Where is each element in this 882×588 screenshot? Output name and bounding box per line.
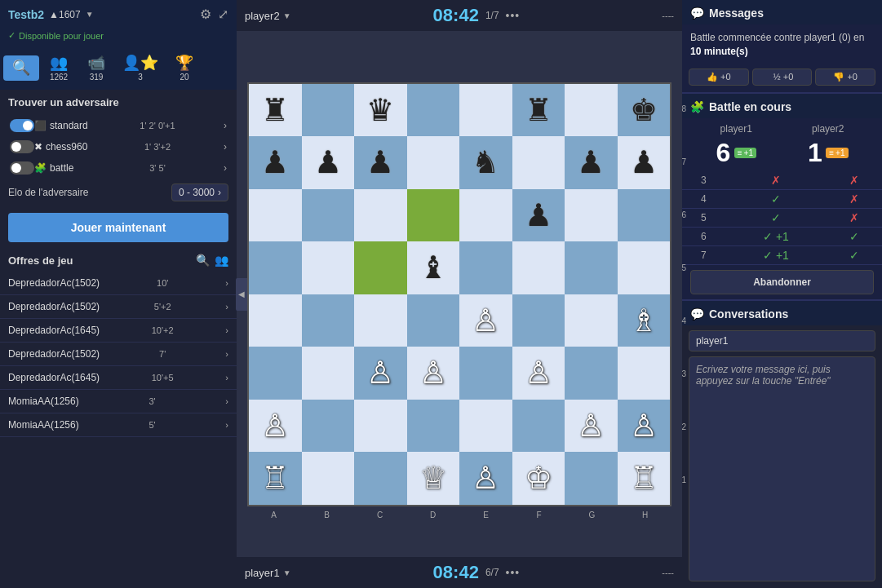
top-dots[interactable]: ••• xyxy=(506,9,521,22)
board-cell[interactable] xyxy=(459,84,512,137)
list-item[interactable]: DepredadorAc(1645) 10'+2 › xyxy=(0,319,237,343)
board-cell[interactable] xyxy=(354,189,407,242)
board-cell[interactable] xyxy=(249,189,302,242)
bottom-player-chevron[interactable]: ▼ xyxy=(283,568,291,577)
board-cell[interactable] xyxy=(407,400,460,453)
board-cell[interactable] xyxy=(565,452,618,505)
mode-standard-arrow[interactable]: › xyxy=(224,120,227,131)
board-cell[interactable]: ♟ xyxy=(302,136,355,189)
expand-icon[interactable]: ⤢ xyxy=(218,7,228,22)
half-button[interactable]: ½ +0 xyxy=(752,69,813,86)
offers-users-icon[interactable]: 👥 xyxy=(215,254,228,267)
nav-search-btn[interactable]: 🔍 xyxy=(3,55,39,81)
collapse-button[interactable]: ◀ xyxy=(236,278,247,311)
mode-chess960-arrow[interactable]: › xyxy=(224,141,227,153)
mode-battle-arrow[interactable]: › xyxy=(224,162,227,174)
board-cell[interactable]: ♗ xyxy=(618,294,671,347)
board-cell[interactable]: ♞ xyxy=(459,136,512,189)
list-item[interactable]: DepredadorAc(1645) 10'+5 › xyxy=(0,366,237,390)
board-cell[interactable]: ♟ xyxy=(354,136,407,189)
mode-battle-toggle[interactable] xyxy=(10,161,34,175)
like-button[interactable]: 👍 +0 xyxy=(689,69,749,86)
board-cell[interactable] xyxy=(354,241,407,294)
board-cell[interactable] xyxy=(407,136,460,189)
board-cell[interactable]: ♙ xyxy=(459,452,512,505)
board-cell[interactable] xyxy=(249,241,302,294)
board-cell[interactable] xyxy=(302,294,355,347)
board-cell[interactable]: ♖ xyxy=(618,452,671,505)
conversation-input[interactable]: Ecrivez votre message ici, puis appuyez … xyxy=(689,356,875,581)
board-cell[interactable] xyxy=(459,347,512,400)
board-cell[interactable] xyxy=(618,241,671,294)
conversation-selector[interactable]: player1 xyxy=(689,330,875,351)
board-cell[interactable] xyxy=(302,241,355,294)
board-cell[interactable] xyxy=(354,452,407,505)
board-cell[interactable]: ♛ xyxy=(354,84,407,137)
board-cell[interactable]: ♟ xyxy=(618,136,671,189)
board-cell[interactable] xyxy=(565,241,618,294)
list-item[interactable]: DepredadorAc(1502) 7' › xyxy=(0,343,237,366)
board-cell[interactable]: ♜ xyxy=(249,84,302,137)
board-cell[interactable] xyxy=(459,400,512,453)
board-cell[interactable]: ♙ xyxy=(407,347,460,400)
board-cell[interactable]: ♙ xyxy=(618,400,671,453)
settings-icon[interactable]: ⚙ xyxy=(200,7,211,22)
board-cell[interactable]: ♜ xyxy=(512,84,565,137)
board-cell[interactable]: ♟ xyxy=(512,189,565,242)
board-cell[interactable]: ♙ xyxy=(565,400,618,453)
board-cell[interactable] xyxy=(302,347,355,400)
list-item[interactable]: DepredadorAc(1502) 5'+2 › xyxy=(0,295,237,319)
chess-board[interactable]: ♜♛♜♚♟♟♟♞♟♟♟♝♙♗♙♙♙♙♙♙♖♕♙♔♖ xyxy=(247,82,671,506)
nav-star-btn[interactable]: 👤⭐ 3 xyxy=(116,51,165,85)
board-cell[interactable] xyxy=(407,294,460,347)
board-cell[interactable] xyxy=(459,241,512,294)
board-cell[interactable] xyxy=(512,136,565,189)
board-cell[interactable] xyxy=(565,84,618,137)
list-item[interactable]: MomiaAA(1256) 3' › xyxy=(0,390,237,413)
board-cell[interactable]: ♔ xyxy=(512,452,565,505)
board-cell[interactable]: ♚ xyxy=(618,84,671,137)
board-cell[interactable]: ♝ xyxy=(407,241,460,294)
board-cell[interactable] xyxy=(618,189,671,242)
board-cell[interactable] xyxy=(354,400,407,453)
mode-chess960-toggle[interactable] xyxy=(10,140,34,153)
user-dropdown-icon[interactable]: ▼ xyxy=(86,10,94,19)
list-item[interactable]: DepredadorAc(1502) 10' › xyxy=(0,272,237,295)
board-cell[interactable] xyxy=(302,400,355,453)
board-cell[interactable] xyxy=(249,294,302,347)
board-cell[interactable] xyxy=(249,347,302,400)
play-button[interactable]: Jouer maintenant xyxy=(8,213,228,242)
board-cell[interactable]: ♖ xyxy=(249,452,302,505)
board-cell[interactable] xyxy=(565,294,618,347)
board-cell[interactable] xyxy=(302,452,355,505)
board-cell[interactable] xyxy=(407,84,460,137)
board-cell[interactable] xyxy=(512,400,565,453)
bottom-dots[interactable]: ••• xyxy=(506,566,521,579)
board-cell[interactable] xyxy=(354,294,407,347)
mode-standard-toggle[interactable] xyxy=(10,119,34,132)
board-cell[interactable]: ♙ xyxy=(512,347,565,400)
list-item[interactable]: MomiaAA(1256) 5' › xyxy=(0,413,237,437)
board-cell[interactable] xyxy=(565,347,618,400)
board-cell[interactable] xyxy=(459,189,512,242)
board-cell[interactable] xyxy=(302,84,355,137)
nav-friends-btn[interactable]: 👥 1262 xyxy=(41,51,77,85)
board-cell[interactable] xyxy=(618,347,671,400)
board-cell[interactable]: ♟ xyxy=(249,136,302,189)
username[interactable]: Testb2 xyxy=(8,8,44,21)
board-cell[interactable]: ♙ xyxy=(459,294,512,347)
board-cell[interactable]: ♟ xyxy=(565,136,618,189)
nav-games-btn[interactable]: 📹 319 xyxy=(78,51,114,85)
dislike-button[interactable]: 👎 +0 xyxy=(815,69,875,86)
offers-search-icon[interactable]: 🔍 xyxy=(196,254,210,267)
board-cell[interactable] xyxy=(512,294,565,347)
board-cell[interactable] xyxy=(302,189,355,242)
board-cell[interactable] xyxy=(407,189,460,242)
board-cell[interactable] xyxy=(512,241,565,294)
board-cell[interactable]: ♙ xyxy=(354,347,407,400)
board-cell[interactable]: ♙ xyxy=(249,400,302,453)
nav-trophy-btn[interactable]: 🏆 20 xyxy=(166,51,202,85)
top-player-chevron[interactable]: ▼ xyxy=(283,11,291,20)
board-cell[interactable]: ♕ xyxy=(407,452,460,505)
abandon-button[interactable]: Abandonner xyxy=(690,270,874,294)
